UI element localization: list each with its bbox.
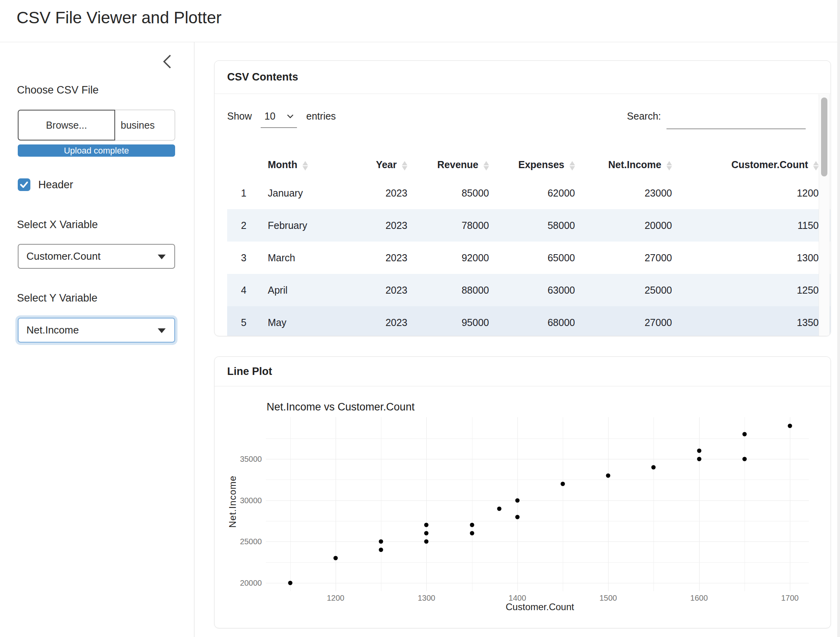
table-row: 2 February 2023 78000 58000 20000 1150 bbox=[227, 209, 831, 242]
data-point bbox=[379, 540, 383, 544]
file-name-field[interactable]: busines bbox=[115, 110, 175, 141]
y-tick-label: 25000 bbox=[215, 537, 262, 546]
col-header-net-income[interactable]: Net.Income bbox=[575, 153, 672, 177]
plot-panel bbox=[266, 417, 809, 591]
cell-net-income: 20000 bbox=[575, 209, 672, 242]
data-point bbox=[515, 498, 519, 502]
cell-year: 2023 bbox=[353, 306, 408, 336]
cell-month: May bbox=[253, 306, 353, 336]
cell-index: 1 bbox=[227, 177, 253, 209]
header-checkbox-label: Header bbox=[38, 179, 73, 191]
chevron-left-icon bbox=[159, 52, 177, 71]
chart-title: Net.Income vs Customer.Count bbox=[267, 401, 414, 413]
x-tick-label: 1300 bbox=[418, 593, 435, 603]
gridline-x-minor bbox=[290, 417, 291, 591]
x-variable-label: Select X Variable bbox=[17, 219, 98, 231]
cell-expenses: 58000 bbox=[489, 209, 575, 242]
data-point bbox=[697, 457, 701, 461]
upload-progress-bar: Upload complete bbox=[18, 144, 175, 157]
sidebar-collapse-button[interactable] bbox=[159, 52, 177, 71]
y-variable-label: Select Y Variable bbox=[17, 292, 97, 304]
gridline-y bbox=[266, 541, 809, 542]
y-tick-label: 20000 bbox=[215, 578, 262, 588]
data-point bbox=[788, 424, 792, 428]
data-point bbox=[497, 506, 501, 511]
table-scrollbar-thumb[interactable] bbox=[821, 97, 827, 176]
data-point bbox=[334, 556, 338, 560]
cell-index: 5 bbox=[227, 306, 253, 336]
cell-customer-count: 1200 bbox=[672, 177, 831, 209]
browse-button[interactable]: Browse... bbox=[18, 110, 115, 141]
x-tick-label: 1500 bbox=[599, 593, 617, 603]
cell-net-income: 25000 bbox=[575, 274, 672, 306]
search-input[interactable] bbox=[666, 111, 806, 129]
data-point bbox=[742, 457, 747, 461]
gridline-y-minor bbox=[266, 562, 809, 563]
page-length-select[interactable]: 10 bbox=[261, 111, 297, 128]
table-header-row: Month Year Revenue Expenses Net.Income C… bbox=[227, 153, 831, 177]
plot-card-header: Line Plot bbox=[215, 357, 831, 386]
check-icon bbox=[19, 180, 29, 189]
data-point bbox=[606, 473, 610, 478]
cell-expenses: 62000 bbox=[489, 177, 575, 209]
gridline-y-minor bbox=[266, 480, 809, 480]
x-variable-select[interactable]: Customer.Count bbox=[18, 244, 175, 269]
col-header-revenue[interactable]: Revenue bbox=[408, 153, 489, 177]
cell-year: 2023 bbox=[353, 209, 408, 242]
cell-month: April bbox=[253, 274, 353, 306]
col-header-expenses[interactable]: Expenses bbox=[489, 153, 575, 177]
gridline-y bbox=[266, 459, 809, 459]
csv-table: Month Year Revenue Expenses Net.Income C… bbox=[227, 153, 831, 336]
cell-revenue: 88000 bbox=[408, 274, 489, 306]
col-label: Net.Income bbox=[608, 159, 661, 170]
line-plot-card: Line Plot Net.Income vs Customer.Count N… bbox=[214, 356, 831, 628]
sidebar: Choose CSV File Browse... busines Upload… bbox=[0, 42, 194, 637]
y-variable-select[interactable]: Net.Income bbox=[18, 318, 175, 343]
page-scrollbar[interactable] bbox=[837, 0, 840, 637]
cell-expenses: 68000 bbox=[489, 306, 575, 336]
gridline-x bbox=[336, 417, 336, 591]
csv-contents-card: CSV Contents Show 10 entries Search: Mon… bbox=[214, 60, 831, 336]
data-point bbox=[470, 523, 474, 527]
col-header-customer-count[interactable]: Customer.Count bbox=[672, 153, 831, 177]
cell-expenses: 65000 bbox=[489, 242, 575, 274]
plot-card-title: Line Plot bbox=[227, 365, 272, 378]
table-scrollbar-track[interactable] bbox=[819, 94, 830, 336]
cell-customer-count: 1350 bbox=[672, 306, 831, 336]
cell-net-income: 27000 bbox=[575, 242, 672, 274]
cell-net-income: 27000 bbox=[575, 306, 672, 336]
data-point bbox=[742, 432, 747, 437]
cell-revenue: 85000 bbox=[408, 177, 489, 209]
cell-year: 2023 bbox=[353, 274, 408, 306]
sort-icon bbox=[483, 161, 489, 171]
gridline-x bbox=[608, 417, 609, 591]
data-point bbox=[288, 581, 292, 585]
data-point bbox=[424, 523, 429, 527]
csv-card-title: CSV Contents bbox=[227, 71, 298, 83]
gridline-x bbox=[426, 417, 427, 591]
header-checkbox[interactable] bbox=[18, 178, 30, 191]
caret-down-icon bbox=[158, 328, 166, 333]
gridline-x bbox=[790, 417, 790, 591]
data-point bbox=[470, 531, 474, 536]
header-checkbox-row: Header bbox=[18, 178, 73, 191]
file-input-label: Choose CSV File bbox=[17, 84, 99, 96]
col-label: Expenses bbox=[518, 159, 564, 170]
col-label: Month bbox=[268, 159, 297, 170]
data-point bbox=[424, 531, 429, 536]
table-length-control: Show 10 entries bbox=[227, 111, 336, 128]
col-header-index bbox=[227, 153, 253, 177]
data-point bbox=[561, 481, 565, 486]
sort-icon bbox=[402, 161, 407, 171]
gridline-x-minor bbox=[381, 417, 381, 591]
entries-label: entries bbox=[306, 111, 336, 122]
data-point bbox=[651, 465, 656, 469]
col-label: Revenue bbox=[437, 159, 478, 170]
cell-revenue: 78000 bbox=[408, 209, 489, 242]
cell-customer-count: 1250 bbox=[672, 274, 831, 306]
gridline-x bbox=[699, 417, 700, 591]
col-header-year[interactable]: Year bbox=[353, 153, 408, 177]
table-row: 4 April 2023 88000 63000 25000 1250 bbox=[227, 274, 831, 306]
table-row: 3 March 2023 92000 65000 27000 1300 bbox=[227, 242, 831, 274]
col-header-month[interactable]: Month bbox=[253, 153, 353, 177]
